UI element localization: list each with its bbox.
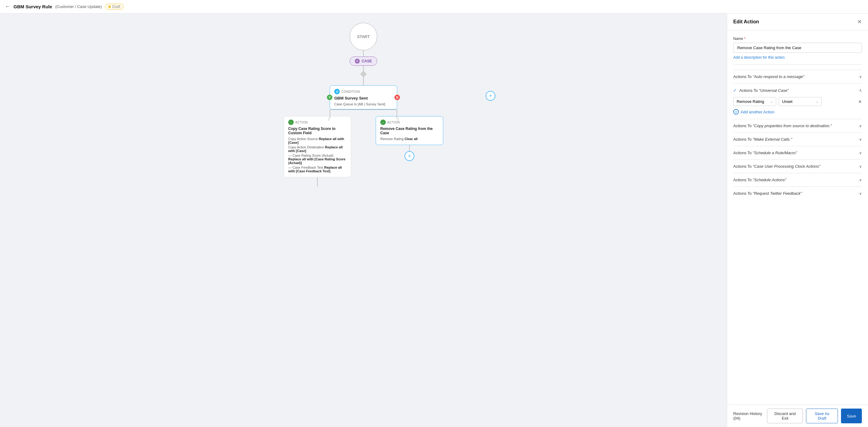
accordion-header-auto-respond[interactable]: Actions To "Auto respond to a message" ∨ <box>733 70 862 83</box>
case-label: CASE <box>362 59 372 63</box>
case-node: C CASE <box>350 57 377 66</box>
chevron-make-calls: ∨ <box>859 137 862 142</box>
start-node: START <box>350 23 377 50</box>
action-name-left: Copy Case Rating Score to Custom Field <box>288 126 346 135</box>
branch-left: → ACTION Copy Case Rating Score to Custo… <box>284 116 351 187</box>
add-another-action-button[interactable]: + Add another Action <box>733 109 862 115</box>
branch-right-line-down <box>409 145 410 151</box>
branch-right: → ACTION Remove Case Rating from the Cas… <box>376 116 443 161</box>
action-header-right: → ACTION <box>380 119 439 125</box>
accordion-list: Actions To "Auto respond to a message" ∨… <box>733 70 862 200</box>
add-action-icon: + <box>733 109 739 115</box>
accordion-header-schedule-macro[interactable]: Actions To "Schedule a Rule/Macro" ∨ <box>733 146 862 160</box>
panel-header: Edit Action ✕ <box>727 13 868 30</box>
add-description-link[interactable]: Add a description for this action <box>733 55 784 60</box>
unset-select[interactable]: Unset ⌄ <box>779 97 822 106</box>
y-badge: Y <box>327 95 332 100</box>
name-field-group: Name * Add a description for this action <box>733 36 862 60</box>
accordion-header-universal-case[interactable]: ✓ Actions To "Universal Case" ∧ <box>733 84 862 97</box>
add-action-button-right[interactable]: + <box>405 151 414 161</box>
remove-rating-select[interactable]: Remove Rating ⌄ <box>733 97 776 106</box>
accordion-header-copy-properties[interactable]: Actions To "Copy properties from source … <box>733 119 862 133</box>
condition-detail: Case Queue Is [AB | Survey Sent] <box>334 102 393 106</box>
flow-line-1 <box>363 50 364 57</box>
accordion-universal-case: ✓ Actions To "Universal Case" ∧ Remove R… <box>733 83 862 119</box>
badge-label: Draft <box>112 5 120 9</box>
save-draft-button[interactable]: Save As Draft <box>806 408 838 423</box>
accordion-auto-respond: Actions To "Auto respond to a message" ∨ <box>733 70 862 83</box>
chevron-case-user-clock: ∨ <box>859 164 862 169</box>
discard-exit-button[interactable]: Discard and Exit <box>767 408 803 423</box>
accordion-twitter-feedback: Actions To "Request Twitter Feedback" ∨ <box>733 187 862 200</box>
action-type-label-left: ACTION <box>295 121 308 124</box>
action-detail-right: Remove Rating Clear all <box>380 137 439 141</box>
branch-left-line-down <box>317 177 318 187</box>
remove-row-button[interactable]: ✕ <box>858 99 862 104</box>
required-marker: * <box>744 36 746 41</box>
chevron-copy-properties: ∨ <box>859 124 862 128</box>
n-plus-circle-wrapper: + <box>486 91 495 101</box>
accordion-title-auto-respond: Actions To "Auto respond to a message" <box>733 74 804 79</box>
name-input[interactable] <box>733 43 862 53</box>
accordion-title-twitter-feedback: Actions To "Request Twitter Feedback" <box>733 191 802 196</box>
accordion-header-make-calls[interactable]: Actions To "Make External Calls." ∨ <box>733 133 862 146</box>
accordion-header-schedule-actions[interactable]: Actions To "Schedule Actions" ∨ <box>733 173 862 187</box>
action-node-right[interactable]: → ACTION Remove Case Rating from the Cas… <box>376 116 443 145</box>
accordion-make-calls: Actions To "Make External Calls." ∨ <box>733 133 862 146</box>
accordion-copy-properties: Actions To "Copy properties from source … <box>733 119 862 133</box>
n-badge: N <box>394 95 400 100</box>
action-buttons: Discard and Exit Save As Draft Save <box>767 408 862 423</box>
remove-rating-label: Remove Rating <box>737 99 764 104</box>
action-detail-left-1: Copy Action Source Replace all with [Cas… <box>288 137 346 144</box>
name-field-label: Name * <box>733 36 862 41</box>
topbar: ← GBM Survey Rule (Customer / Case Updat… <box>0 0 868 13</box>
accordion-header-twitter-feedback[interactable]: Actions To "Request Twitter Feedback" ∨ <box>733 187 862 200</box>
accordion-title-universal-case: Actions To "Universal Case" <box>739 88 789 93</box>
condition-name: GBM Survey Sent <box>334 96 393 101</box>
panel-title: Edit Action <box>733 19 759 25</box>
panel-close-button[interactable]: ✕ <box>857 19 862 25</box>
canvas-inner: START C CASE ⚙ CONDITION GBM Su <box>225 23 501 187</box>
remove-rating-row: Remove Rating ⌄ Unset ⌄ ✕ <box>733 97 862 106</box>
accordion-content-universal-case: Remove Rating ⌄ Unset ⌄ ✕ + Add another <box>733 97 862 119</box>
accordion-title-case-user-clock: Actions To "Case User Processing Clock A… <box>733 164 820 169</box>
draft-badge: Draft <box>105 4 124 10</box>
condition-wrapper: ⚙ CONDITION GBM Survey Sent Case Queue I… <box>330 85 397 109</box>
remove-rating-arrow: ⌄ <box>770 100 773 103</box>
add-action-n-branch[interactable]: + <box>486 91 495 101</box>
action-node-left[interactable]: → ACTION Copy Case Rating Score to Custo… <box>284 116 351 177</box>
condition-icon: ⚙ <box>334 89 340 94</box>
add-action-label: Add another Action <box>741 110 774 114</box>
check-icon-universal: ✓ <box>733 88 737 93</box>
accordion-schedule-actions: Actions To "Schedule Actions" ∨ <box>733 173 862 187</box>
condition-node: ⚙ CONDITION GBM Survey Sent Case Queue I… <box>330 85 397 109</box>
panel-bottom-bar: Revision History (04) Discard and Exit S… <box>727 405 868 427</box>
save-button[interactable]: Save <box>841 408 862 423</box>
edit-panel: Edit Action ✕ Name * Add a description f… <box>727 13 868 427</box>
chevron-auto-respond: ∨ <box>859 75 862 79</box>
unset-arrow: ⌄ <box>816 100 818 103</box>
action-header-left: → ACTION <box>288 119 346 125</box>
accordion-title-schedule-macro: Actions To "Schedule a Rule/Macro" <box>733 150 797 155</box>
diamond-connector <box>360 71 367 77</box>
back-button[interactable]: ← <box>5 3 10 10</box>
chevron-schedule-actions: ∨ <box>859 178 862 182</box>
badge-dot <box>108 5 111 8</box>
case-icon: C <box>355 59 360 64</box>
accordion-case-user-clock: Actions To "Case User Processing Clock A… <box>733 160 862 173</box>
page-title: GBM Survey Rule <box>13 4 52 9</box>
condition-type-label: CONDITION <box>341 90 360 93</box>
action-icon-right: → <box>380 119 386 125</box>
accordion-header-case-user-clock[interactable]: Actions To "Case User Processing Clock A… <box>733 160 862 173</box>
two-branches: → ACTION Copy Case Rating Score to Custo… <box>284 116 443 187</box>
branch-area: ↓ ↓ → ACTION Copy Case Rating Score to C… <box>225 109 501 187</box>
action-name-right: Remove Case Rating from the Case <box>380 126 439 135</box>
action-detail-left-3: — Case Rating Score (Actual) Replace all… <box>288 153 346 165</box>
page-subtitle: (Customer / Case Update) <box>55 4 102 9</box>
action-detail-left-2: Copy Action Destination Replace all with… <box>288 145 346 153</box>
flow-line-3 <box>363 76 364 85</box>
unset-label: Unset <box>782 99 793 104</box>
accordion-title-make-calls: Actions To "Make External Calls." <box>733 137 792 142</box>
branch-h-connector: ↓ ↓ <box>296 109 431 110</box>
main-layout: START C CASE ⚙ CONDITION GBM Su <box>0 13 868 427</box>
